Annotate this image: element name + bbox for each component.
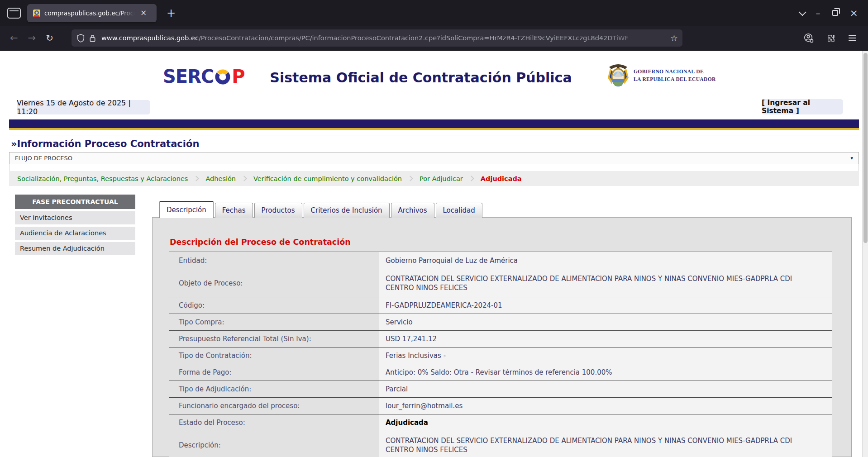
sidebar-items: Ver InvitacionesAudiencia de Aclaracione… xyxy=(15,211,135,255)
field-value: lour_ferrin@hotmail.es xyxy=(379,398,832,414)
detail-tab[interactable]: Criterios de Inclusión xyxy=(304,203,390,218)
field-label: Presupuesto Referencial Total (Sin Iva): xyxy=(169,331,379,347)
tracking-shield-icon[interactable] xyxy=(77,34,85,43)
url-bar[interactable]: www.compraspublicas.gob.ec/ProcesoContra… xyxy=(72,29,682,47)
ecuador-coat-of-arms-icon xyxy=(606,62,630,89)
detail-tabs: DescripciónFechasProductosCriterios de I… xyxy=(159,200,482,218)
description-heading: Descripción del Proceso de Contratación xyxy=(170,238,851,247)
table-row: Descripción: CONTRATACION DEL SERVICIO E… xyxy=(169,431,832,457)
field-value: USD 17,241.12 xyxy=(379,331,832,347)
detail-tab[interactable]: Archivos xyxy=(391,203,434,218)
sercop-logo-text-suffix: P xyxy=(232,66,244,87)
breadcrumb-separator-icon xyxy=(468,176,474,181)
table-row: Tipo Compra: Servicio xyxy=(169,314,832,330)
process-flow-selector[interactable]: FLUJO DE PROCESO ▾ xyxy=(9,152,859,164)
field-value: CONTRATACION DEL SERVICIO EXTERNALIZADO … xyxy=(379,431,832,457)
bookmark-star-icon[interactable]: ☆ xyxy=(670,33,678,43)
government-logo: GOBIERNO NACIONAL DE LA REPUBLICA DEL EC… xyxy=(606,62,716,89)
detail-tab[interactable]: Fechas xyxy=(215,203,253,218)
field-value: Anticipo: 0% Saldo: Otra - Revisar térmi… xyxy=(379,364,832,381)
sercop-logo-o-icon xyxy=(214,68,231,85)
scrollbar-thumb[interactable] xyxy=(863,53,868,243)
minimize-button[interactable]: – xyxy=(816,8,820,19)
site-favicon-icon xyxy=(33,9,41,17)
field-value: Servicio xyxy=(379,314,832,330)
page-content: SERC P Sistema Oficial de Contratación P… xyxy=(0,51,868,457)
table-row: Funcionario encargado del proceso: lour_… xyxy=(169,397,832,414)
firefox-view-icon[interactable] xyxy=(7,8,21,19)
back-button[interactable]: ← xyxy=(10,33,18,43)
sidebar-item[interactable]: Resumen de Adjudicación xyxy=(15,242,135,255)
extensions-puzzle-icon[interactable] xyxy=(826,33,836,43)
new-tab-button[interactable]: + xyxy=(163,7,179,19)
table-row: Objeto de Proceso: CONTRATACION DEL SERV… xyxy=(169,269,832,297)
url-text[interactable]: www.compraspublicas.gob.ec/ProcesoContra… xyxy=(101,34,668,42)
gov-logo-line1: GOBIERNO NACIONAL DE xyxy=(634,68,716,76)
sidebar: FASE PRECONTRACTUAL Ver InvitacionesAudi… xyxy=(15,195,135,257)
restore-window-button[interactable] xyxy=(832,10,838,16)
browser-tab-bar: compraspublicas.gob.ec/Proces × + – × xyxy=(0,0,868,26)
field-label: Descripción: xyxy=(169,431,379,457)
reload-button[interactable]: ↻ xyxy=(46,33,53,43)
breadcrumb-step[interactable]: Verificación de cumplimiento y convalida… xyxy=(253,175,420,182)
sidebar-title: FASE PRECONTRACTUAL xyxy=(15,195,135,209)
breadcrumb-step[interactable]: Socialización, Preguntas, Respuestas y A… xyxy=(17,175,205,182)
section-title: »Información Proceso Contratación xyxy=(9,135,859,152)
breadcrumb-separator-icon xyxy=(194,176,200,181)
breadcrumb-step-label: Verificación de cumplimiento y convalida… xyxy=(253,175,402,182)
field-value: Ferias Inclusivas - xyxy=(379,348,832,364)
field-label: Funcionario encargado del proceso: xyxy=(169,398,379,414)
tab-close-icon[interactable]: × xyxy=(138,8,148,18)
detail-tab[interactable]: Descripción xyxy=(159,201,214,218)
lock-icon[interactable] xyxy=(89,34,96,43)
process-phase-breadcrumb: Socialización, Preguntas, Respuestas y A… xyxy=(9,171,859,186)
url-domain: www.compraspublicas.gob.ec xyxy=(101,34,199,42)
menu-hamburger-icon[interactable] xyxy=(849,35,856,41)
field-label: Tipo Compra: xyxy=(169,314,379,330)
breadcrumb-separator-icon xyxy=(241,176,247,181)
table-row: Tipo de Contratación: Ferias Inclusivas … xyxy=(169,347,832,364)
breadcrumb-step[interactable]: Por Adjudicar xyxy=(420,175,481,182)
sercop-logo-text-prefix: SERC xyxy=(163,66,214,87)
process-description-table: Entidad: Gobierno Parroquial de Luz de A… xyxy=(169,252,832,457)
breadcrumb-step-label: Adhesión xyxy=(205,175,236,182)
account-icon[interactable] xyxy=(804,33,814,43)
datetime-display: Viernes 15 de Agosto de 2025 | 11:20 xyxy=(17,100,150,114)
process-flow-label: FLUJO DE PROCESO xyxy=(15,155,72,162)
list-tabs-chevron-icon[interactable] xyxy=(798,8,806,16)
url-path: /ProcesoContratacion/compras/PC/informac… xyxy=(199,34,629,42)
field-label: Objeto de Proceso: xyxy=(169,269,379,297)
chevron-down-icon: ▾ xyxy=(850,155,853,161)
gov-logo-line2: LA REPUBLICA DEL ECUADOR xyxy=(634,76,716,83)
browser-tab[interactable]: compraspublicas.gob.ec/Proces × xyxy=(27,4,157,22)
field-label: Tipo de Adjudicación: xyxy=(169,381,379,397)
breadcrumb-separator-icon xyxy=(407,176,413,181)
field-label: Entidad: xyxy=(169,252,379,269)
sidebar-item[interactable]: Audiencia de Aclaraciones xyxy=(15,227,135,240)
field-value: Parcial xyxy=(379,381,832,397)
table-row: Entidad: Gobierno Parroquial de Luz de A… xyxy=(169,252,832,269)
page-title: Sistema Oficial de Contratación Pública xyxy=(249,70,593,86)
process-detail-panel: DescripciónFechasProductosCriterios de I… xyxy=(152,200,852,457)
field-value: CONTRATACION DEL SERVICIO EXTERNALIZADO … xyxy=(379,269,832,297)
table-row: Código: FI-GADPRLUZDEAMERICA-2024-01 xyxy=(169,297,832,314)
browser-nav-bar: ← → ↻ www.compraspublicas.gob.ec/Proceso… xyxy=(0,26,868,51)
sercop-logo: SERC P xyxy=(163,66,245,87)
detail-tab[interactable]: Localidad xyxy=(436,203,482,218)
field-label: Tipo de Contratación: xyxy=(169,348,379,364)
table-row: Estado del Proceso: Adjudicada xyxy=(169,414,832,431)
breadcrumb-step[interactable]: Adhesión xyxy=(205,175,253,182)
login-button[interactable]: [ Ingresar al Sistema ] xyxy=(762,99,843,114)
close-window-button[interactable]: × xyxy=(850,8,858,18)
field-label: Código: xyxy=(169,297,379,314)
breadcrumb-step-label: Adjudicada xyxy=(481,175,522,182)
table-row: Presupuesto Referencial Total (Sin Iva):… xyxy=(169,330,832,347)
breadcrumb-step[interactable]: Adjudicada xyxy=(481,175,522,182)
sidebar-item[interactable]: Ver Invitaciones xyxy=(15,211,135,224)
tab-title: compraspublicas.gob.ec/Proces xyxy=(44,10,135,17)
detail-tab[interactable]: Productos xyxy=(254,203,302,218)
forward-button[interactable]: → xyxy=(28,33,36,43)
page-scrollbar[interactable] xyxy=(862,51,868,457)
table-row: Tipo de Adjudicación: Parcial xyxy=(169,381,832,397)
breadcrumb-step-label: Por Adjudicar xyxy=(420,175,463,182)
